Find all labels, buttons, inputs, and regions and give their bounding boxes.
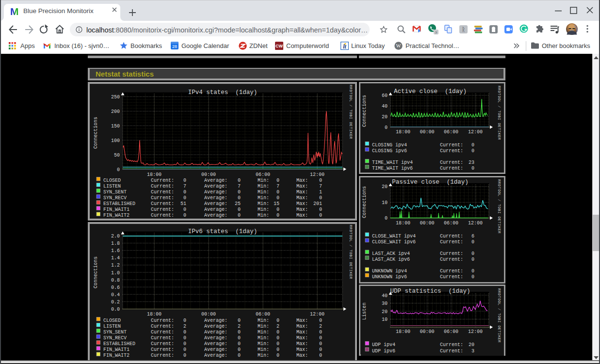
svg-text:28: 28 <box>172 44 177 49</box>
svg-text:00:00: 00:00 <box>420 221 434 226</box>
svg-text:0: 0 <box>471 269 474 274</box>
svg-text:30: 30 <box>382 301 388 306</box>
svg-text:Max:: Max: <box>296 335 308 341</box>
svg-text:150: 150 <box>111 124 120 129</box>
svg-text:60: 60 <box>382 93 388 98</box>
svg-text:Max:: Max: <box>296 353 308 358</box>
svg-text:Max:: Max: <box>296 213 308 218</box>
svg-text:06:00: 06:00 <box>444 221 458 226</box>
svg-text:20: 20 <box>382 309 388 315</box>
svg-text:0.4: 0.4 <box>111 292 120 298</box>
svg-text:18:00: 18:00 <box>396 329 410 334</box>
svg-text:06:00: 06:00 <box>444 329 458 334</box>
svg-text:0: 0 <box>238 330 241 335</box>
svg-text:0: 0 <box>238 190 241 195</box>
svg-text:06:00: 06:00 <box>256 172 270 177</box>
svg-text:0: 0 <box>319 347 322 352</box>
svg-text:LAST_ACK ipv6: LAST_ACK ipv6 <box>372 257 410 262</box>
svg-text:Current:: Current: <box>440 239 463 245</box>
svg-text:0.8: 0.8 <box>111 278 120 283</box>
svg-text:06:00: 06:00 <box>256 312 270 317</box>
svg-text:IPv6 states (1day): IPv6 states (1day) <box>188 228 258 235</box>
svg-text:Average:: Average: <box>204 195 227 201</box>
svg-text:0: 0 <box>183 318 186 323</box>
svg-text:UNKNOWN ipv6: UNKNOWN ipv6 <box>372 274 407 280</box>
svg-text:0: 0 <box>238 195 241 201</box>
svg-text:Current:: Current: <box>151 347 174 352</box>
svg-text:0: 0 <box>238 347 241 352</box>
svg-text:Average:: Average: <box>204 335 227 341</box>
svg-text:1.2: 1.2 <box>111 263 120 268</box>
svg-text:LISTEN: LISTEN <box>103 324 121 329</box>
svg-text:Connections: Connections <box>362 186 367 218</box>
svg-text:Average:: Average: <box>204 330 227 335</box>
svg-text:RRDTOOL / TOBI OETIKER: RRDTOOL / TOBI OETIKER <box>497 179 501 234</box>
svg-text:0: 0 <box>319 318 322 323</box>
svg-text:Current:: Current: <box>151 324 174 329</box>
svg-text:UDP statistics (1day): UDP statistics (1day) <box>390 288 470 295</box>
svg-text:Average:: Average: <box>204 324 227 329</box>
svg-text:06:00: 06:00 <box>444 129 458 135</box>
svg-text:7: 7 <box>319 184 322 189</box>
svg-text:Max:: Max: <box>296 347 308 352</box>
svg-text:LISTEN: LISTEN <box>103 184 121 189</box>
svg-text:0: 0 <box>471 274 474 280</box>
svg-text:CLOSE_WAIT ipv6: CLOSE_WAIT ipv6 <box>372 239 416 245</box>
svg-text:25: 25 <box>235 201 241 206</box>
svg-text:0: 0 <box>238 341 241 347</box>
svg-text:lt: lt <box>343 43 346 50</box>
svg-text:SYN_RECV: SYN_RECV <box>103 335 127 341</box>
svg-text:Current:: Current: <box>151 353 174 358</box>
svg-text:SYN_RECV: SYN_RECV <box>103 195 127 201</box>
svg-text:Connections: Connections <box>362 95 367 127</box>
svg-text:Average:: Average: <box>204 184 227 189</box>
svg-text:7: 7 <box>183 184 186 189</box>
svg-text:00:00: 00:00 <box>420 329 434 334</box>
svg-text:SYN_SENT: SYN_SENT <box>103 330 127 335</box>
svg-text:Max:: Max: <box>296 330 308 335</box>
svg-text:Current:: Current: <box>440 342 463 348</box>
svg-text:18:00: 18:00 <box>147 312 162 317</box>
svg-text:Current:: Current: <box>151 330 174 335</box>
svg-text:IPv4 states (1day): IPv4 states (1day) <box>188 89 258 96</box>
svg-text:W: W <box>396 43 401 48</box>
svg-text:Current:: Current: <box>440 142 463 148</box>
svg-text:0.6: 0.6 <box>111 285 120 290</box>
svg-text:Average:: Average: <box>204 178 227 183</box>
svg-text:LAST_ACK ipv4: LAST_ACK ipv4 <box>372 251 410 256</box>
svg-text:Max:: Max: <box>296 201 308 206</box>
svg-text:2: 2 <box>276 324 279 329</box>
svg-text:10: 10 <box>382 200 388 206</box>
svg-text:0: 0 <box>183 190 186 195</box>
svg-text:Current:: Current: <box>151 318 174 323</box>
svg-text:0: 0 <box>471 257 474 262</box>
svg-text:0: 0 <box>319 330 322 335</box>
svg-text:RRDTOOL / TOBI OETIKER: RRDTOOL / TOBI OETIKER <box>349 85 353 139</box>
svg-text:2: 2 <box>238 324 241 329</box>
svg-text:Min:: Min: <box>258 318 269 323</box>
svg-text:Current:: Current: <box>440 274 463 280</box>
svg-text:1.4: 1.4 <box>111 255 120 261</box>
svg-text:0: 0 <box>385 125 388 130</box>
svg-text:Average:: Average: <box>204 341 227 347</box>
svg-text:Average:: Average: <box>204 190 227 195</box>
svg-text:Current:: Current: <box>440 166 463 171</box>
svg-text:Connections: Connections <box>93 256 98 288</box>
svg-text:0: 0 <box>183 353 186 358</box>
svg-text:12:00: 12:00 <box>310 312 324 317</box>
svg-text:0: 0 <box>276 335 279 341</box>
svg-text:FIN_WAIT1: FIN_WAIT1 <box>103 347 130 352</box>
svg-text:0: 0 <box>385 216 388 221</box>
svg-text:Average:: Average: <box>204 201 227 206</box>
svg-text:Passive close (1day): Passive close (1day) <box>392 179 469 186</box>
svg-text:Min:: Min: <box>258 324 269 329</box>
svg-text:0: 0 <box>183 330 186 335</box>
svg-text:12:00: 12:00 <box>310 172 324 177</box>
svg-text:0: 0 <box>319 195 322 201</box>
svg-text:Current:: Current: <box>151 207 174 212</box>
svg-text:CLOSED: CLOSED <box>103 318 121 323</box>
svg-text:40: 40 <box>382 293 388 299</box>
svg-text:Min:: Min: <box>258 184 269 189</box>
svg-text:1.0: 1.0 <box>111 270 120 276</box>
svg-text:0: 0 <box>276 341 279 347</box>
